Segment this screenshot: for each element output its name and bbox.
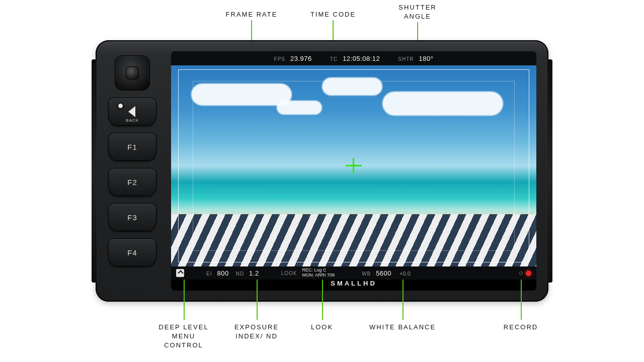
- callout-record: RECORD: [496, 323, 546, 332]
- callout-white-balance: WHITE BALANCE: [362, 323, 443, 332]
- nd-label: ND: [236, 271, 244, 277]
- osd-top-bar: FPS 23.976 TC 12:05:08:12 SHTR 180°: [171, 51, 536, 65]
- wb-readout[interactable]: WB 5600 +0.0: [362, 269, 411, 277]
- leader-deep-menu: [184, 280, 185, 320]
- nd-readout[interactable]: ND 1.2: [236, 269, 259, 277]
- nd-value: 1.2: [249, 269, 259, 277]
- look-readout[interactable]: LOOK REC: Log C MON: ARRI 709: [281, 268, 335, 278]
- f3-button[interactable]: F3: [108, 203, 156, 231]
- record-dot-icon: [526, 270, 531, 276]
- power-icon: [117, 103, 124, 109]
- wb-value: 5600: [376, 269, 391, 277]
- fps-value: 23.976: [290, 55, 312, 62]
- tc-value: 12:05:08:12: [343, 55, 380, 62]
- callout-deep-menu: DEEP LEVEL MENU CONTROL: [153, 323, 214, 350]
- shtr-value: 180°: [419, 55, 434, 62]
- callout-look: LOOK: [302, 323, 342, 332]
- f1-button[interactable]: F1: [108, 133, 156, 161]
- preview-image: [171, 65, 536, 266]
- shtr-label: SHTR: [398, 56, 414, 62]
- leader-look: [322, 280, 323, 320]
- callout-shutter-angle: SHUTTER ANGLE: [387, 3, 448, 21]
- wb-tint-value: +0.0: [399, 270, 411, 277]
- leader-record: [521, 280, 522, 320]
- callout-frame-rate: FRAME RATE: [216, 10, 287, 19]
- record-dot-outline: [519, 272, 523, 275]
- look-label: LOOK: [281, 270, 297, 276]
- callout-time-code: TIME CODE: [303, 10, 363, 19]
- ei-label: EI: [206, 271, 212, 277]
- crosshair-icon: [346, 158, 362, 174]
- leader-exposure: [257, 280, 258, 320]
- hardware-button-column: BACK F1 F2 F3 F4: [105, 50, 160, 274]
- f2-button[interactable]: F2: [108, 168, 156, 196]
- back-label: BACK: [126, 118, 139, 123]
- monitor-device: BACK F1 F2 F3 F4 FPS 23.976 TC 12:05:08:…: [96, 40, 548, 302]
- chevron-left-icon: [128, 106, 135, 117]
- ei-readout[interactable]: EI 800: [206, 269, 229, 277]
- f4-button[interactable]: F4: [108, 238, 156, 266]
- back-button[interactable]: BACK: [108, 98, 156, 126]
- screen-bezel: FPS 23.976 TC 12:05:08:12 SHTR 180°: [171, 51, 536, 291]
- callout-exposure: EXPOSURE INDEX/ ND: [226, 323, 287, 341]
- deep-menu-button[interactable]: [176, 269, 184, 277]
- shutter-readout[interactable]: SHTR 180°: [398, 55, 433, 62]
- fps-readout[interactable]: FPS 23.976: [274, 55, 312, 62]
- leader-white-balance: [403, 280, 404, 320]
- look-mon-value: MON: ARRI 709: [302, 273, 335, 278]
- tc-label: TC: [330, 56, 338, 62]
- record-indicator[interactable]: [519, 270, 531, 276]
- brand-label: SMALLHD: [171, 280, 536, 291]
- osd-bottom-bar: EI 800 ND 1.2 LOOK REC: Log C MON: ARRI …: [171, 266, 536, 280]
- timecode-readout[interactable]: TC 12:05:08:12: [330, 55, 380, 62]
- ei-value: 800: [217, 269, 228, 277]
- diagram-stage: FRAME RATE TIME CODE SHUTTER ANGLE BACK …: [0, 0, 644, 362]
- fps-label: FPS: [274, 56, 285, 62]
- joystick[interactable]: [115, 55, 150, 90]
- wb-label: WB: [362, 271, 371, 277]
